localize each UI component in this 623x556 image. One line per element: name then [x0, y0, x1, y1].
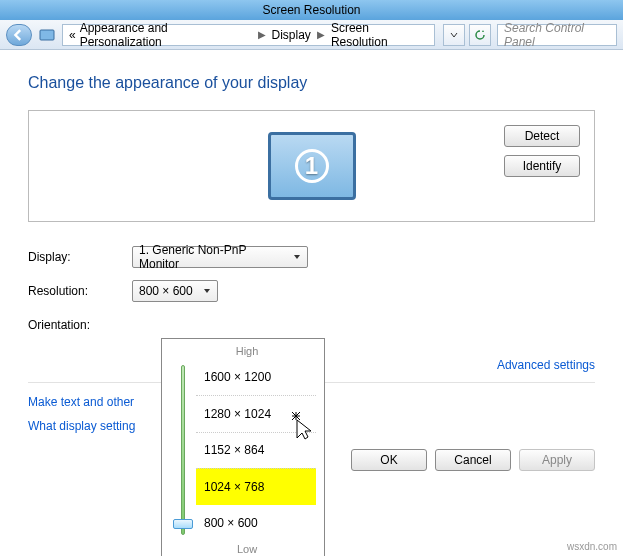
- display-label: Display:: [28, 250, 132, 264]
- ok-button[interactable]: OK: [351, 449, 427, 471]
- orientation-label: Orientation:: [28, 318, 132, 332]
- dropdown-button[interactable]: [443, 24, 465, 46]
- display-value: 1. Generic Non-PnP Monitor: [139, 243, 287, 271]
- watermark: wsxdn.com: [567, 541, 617, 552]
- resolution-value: 800 × 600: [139, 284, 193, 298]
- slider-thumb[interactable]: [173, 519, 193, 529]
- monitor-number: 1: [295, 149, 329, 183]
- search-input[interactable]: Search Control Panel: [497, 24, 617, 46]
- refresh-icon: [474, 29, 486, 41]
- resolution-label: Resolution:: [28, 284, 132, 298]
- advanced-settings-link[interactable]: Advanced settings: [497, 358, 595, 372]
- display-select[interactable]: 1. Generic Non-PnP Monitor: [132, 246, 308, 268]
- chevron-down-icon: [450, 31, 458, 39]
- breadcrumb-prefix: «: [69, 28, 76, 42]
- apply-button[interactable]: Apply: [519, 449, 595, 471]
- orientation-row: Orientation:: [28, 308, 595, 342]
- breadcrumb-level-3[interactable]: Screen Resolution: [331, 21, 428, 49]
- page-title: Change the appearance of your display: [28, 74, 595, 92]
- cancel-button[interactable]: Cancel: [435, 449, 511, 471]
- nav-bar: « Appearance and Personalization ▶ Displ…: [0, 20, 623, 50]
- breadcrumb-level-1[interactable]: Appearance and Personalization: [80, 21, 252, 49]
- breadcrumb[interactable]: « Appearance and Personalization ▶ Displ…: [62, 24, 435, 46]
- resolution-option[interactable]: 800 × 600: [196, 505, 316, 541]
- monitor-thumbnail[interactable]: 1: [268, 132, 356, 200]
- control-panel-icon: [38, 26, 56, 44]
- display-preview-box: 1 Detect Identify: [28, 110, 595, 222]
- resolution-slider[interactable]: [170, 359, 196, 541]
- breadcrumb-level-2[interactable]: Display: [272, 28, 311, 42]
- resolution-row: Resolution: 800 × 600: [28, 274, 595, 308]
- resolution-options: 1600 × 1200 1280 × 1024 1152 × 864 1024 …: [196, 359, 316, 541]
- slider-rail: [181, 365, 185, 535]
- detect-button[interactable]: Detect: [504, 125, 580, 147]
- window-title-bar: Screen Resolution: [0, 0, 623, 20]
- identify-button[interactable]: Identify: [504, 155, 580, 177]
- svg-rect-0: [40, 30, 54, 40]
- side-buttons: Detect Identify: [504, 125, 580, 177]
- resolution-option-selected[interactable]: 1024 × 768: [196, 468, 316, 504]
- back-button[interactable]: [6, 24, 32, 46]
- chevron-down-icon: [203, 284, 211, 298]
- resolution-select[interactable]: 800 × 600: [132, 280, 218, 302]
- title-text: Screen Resolution: [262, 3, 360, 17]
- arrow-left-icon: [13, 29, 25, 41]
- resolution-dropdown: High 1600 × 1200 1280 × 1024 1152 × 864 …: [161, 338, 325, 556]
- chevron-down-icon: [293, 250, 301, 264]
- chevron-right-icon: ▶: [258, 29, 266, 40]
- chevron-right-icon: ▶: [317, 29, 325, 40]
- low-label: Low: [178, 543, 316, 555]
- search-placeholder: Search Control Panel: [504, 21, 610, 49]
- refresh-button[interactable]: [469, 24, 491, 46]
- high-label: High: [178, 345, 316, 357]
- resolution-option[interactable]: 1600 × 1200: [196, 359, 316, 395]
- display-row: Display: 1. Generic Non-PnP Monitor: [28, 240, 595, 274]
- cursor-icon: [291, 410, 313, 443]
